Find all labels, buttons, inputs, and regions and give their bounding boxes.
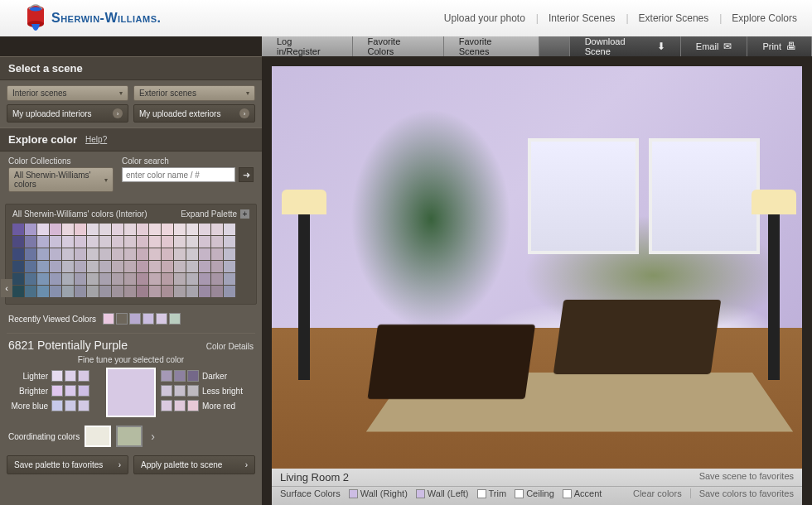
surface-wall-right[interactable]: Wall (Right) [349, 488, 408, 498]
tune-swatch[interactable] [161, 385, 172, 397]
collections-dropdown[interactable]: All Sherwin-Williams' colors▾ [8, 167, 114, 192]
download-button[interactable]: Download Scene⬇ [570, 36, 681, 56]
palette-swatch[interactable] [211, 261, 223, 272]
palette-swatch[interactable] [99, 286, 111, 297]
palette-swatch[interactable] [174, 273, 186, 285]
coord-swatch[interactable] [116, 426, 143, 447]
palette-swatch[interactable] [211, 248, 223, 260]
palette-swatch[interactable] [87, 261, 99, 272]
palette-swatch[interactable] [124, 261, 136, 272]
palette-swatch[interactable] [87, 248, 99, 260]
palette-swatch[interactable] [211, 224, 223, 235]
recent-swatch[interactable] [103, 313, 114, 325]
brand-logo[interactable]: Sherwin-Williams. [25, 4, 161, 32]
recent-swatch[interactable] [156, 313, 167, 325]
palette-swatch[interactable] [37, 261, 49, 272]
palette-swatch[interactable] [137, 273, 148, 285]
palette-swatch[interactable] [112, 286, 123, 297]
palette-swatch[interactable] [62, 236, 74, 248]
palette-swatch[interactable] [137, 248, 148, 260]
palette-swatch[interactable] [174, 248, 186, 260]
palette-swatch[interactable] [224, 248, 235, 260]
nav-explore[interactable]: Explore Colors [732, 12, 797, 24]
favorite-scenes-button[interactable]: Favorite Scenes [444, 36, 539, 56]
palette-swatch[interactable] [25, 273, 36, 285]
palette-swatch[interactable] [99, 224, 111, 235]
expand-palette-button[interactable]: Expand Palette+ [181, 209, 249, 219]
surface-ceiling[interactable]: Ceiling [515, 488, 554, 498]
palette-swatch[interactable] [199, 286, 210, 297]
palette-prev-button[interactable]: ‹ [1, 279, 12, 297]
surface-wall-left[interactable]: Wall (Left) [416, 488, 469, 498]
palette-swatch[interactable] [75, 261, 86, 272]
palette-swatch[interactable] [25, 261, 36, 272]
palette-swatch[interactable] [211, 286, 223, 297]
palette-swatch[interactable] [37, 248, 49, 260]
palette-swatch[interactable] [137, 236, 148, 248]
palette-swatch[interactable] [174, 261, 186, 272]
palette-swatch[interactable] [137, 261, 148, 272]
palette-swatch[interactable] [124, 273, 136, 285]
palette-swatch[interactable] [112, 236, 123, 248]
login-button[interactable]: Log in/Register [262, 36, 353, 56]
palette-swatch[interactable] [199, 236, 210, 248]
palette-swatch[interactable] [12, 261, 24, 272]
palette-swatch[interactable] [25, 286, 36, 297]
palette-swatch[interactable] [162, 224, 173, 235]
palette-swatch[interactable] [186, 286, 198, 297]
palette-swatch[interactable] [211, 273, 223, 285]
palette-swatch[interactable] [50, 236, 61, 248]
palette-swatch[interactable] [199, 224, 210, 235]
palette-swatch[interactable] [62, 261, 74, 272]
palette-swatch[interactable] [37, 286, 49, 297]
palette-swatch[interactable] [199, 261, 210, 272]
palette-swatch[interactable] [62, 286, 74, 297]
favorite-colors-button[interactable]: Favorite Colors [353, 36, 444, 56]
palette-swatch[interactable] [174, 224, 186, 235]
palette-swatch[interactable] [149, 236, 161, 248]
tune-swatch[interactable] [78, 385, 89, 397]
tune-swatch[interactable] [174, 370, 186, 382]
tune-swatch[interactable] [187, 370, 199, 382]
palette-swatch[interactable] [62, 248, 74, 260]
palette-swatch[interactable] [99, 248, 111, 260]
palette-swatch[interactable] [75, 286, 86, 297]
palette-swatch[interactable] [75, 248, 86, 260]
palette-swatch[interactable] [162, 236, 173, 248]
color-search-input[interactable] [122, 167, 235, 182]
palette-swatch[interactable] [137, 224, 148, 235]
palette-swatch[interactable] [87, 224, 99, 235]
palette-swatch[interactable] [124, 248, 136, 260]
print-button[interactable]: Print🖶 [747, 36, 812, 56]
palette-swatch[interactable] [75, 236, 86, 248]
palette-swatch[interactable] [149, 224, 161, 235]
interior-scenes-dropdown[interactable]: Interior scenes▾ [7, 85, 128, 101]
palette-swatch[interactable] [87, 273, 99, 285]
palette-swatch[interactable] [62, 273, 74, 285]
palette-swatch[interactable] [137, 286, 148, 297]
palette-swatch[interactable] [162, 273, 173, 285]
palette-swatch[interactable] [50, 248, 61, 260]
tune-swatch[interactable] [187, 400, 199, 411]
surface-trim[interactable]: Trim [477, 488, 507, 498]
palette-swatch[interactable] [25, 248, 36, 260]
palette-swatch[interactable] [124, 236, 136, 248]
palette-swatch[interactable] [186, 224, 198, 235]
tune-swatch[interactable] [78, 400, 89, 411]
uploaded-interiors-button[interactable]: My uploaded interiors› [7, 104, 128, 123]
palette-swatch[interactable] [149, 261, 161, 272]
palette-swatch[interactable] [174, 236, 186, 248]
scene-preview[interactable] [272, 66, 802, 469]
tune-swatch[interactable] [51, 400, 63, 411]
palette-swatch[interactable] [12, 236, 24, 248]
tune-swatch[interactable] [51, 385, 63, 397]
help-link[interactable]: Help? [85, 135, 107, 144]
tune-swatch[interactable] [65, 370, 76, 382]
palette-swatch[interactable] [149, 286, 161, 297]
palette-swatch[interactable] [224, 286, 235, 297]
tune-swatch[interactable] [51, 370, 63, 382]
tune-swatch[interactable] [187, 385, 199, 397]
palette-swatch[interactable] [37, 273, 49, 285]
palette-swatch[interactable] [12, 286, 24, 297]
recent-swatch[interactable] [116, 313, 128, 325]
